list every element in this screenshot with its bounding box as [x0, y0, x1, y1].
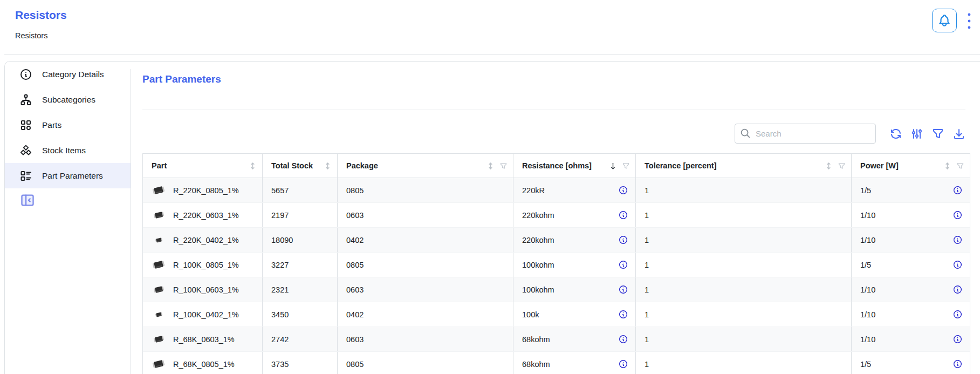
sidebar-item-parts[interactable]: Parts	[5, 112, 131, 138]
info-icon[interactable]	[952, 284, 963, 295]
table-row[interactable]: R_68K_0805_1% 3735 0805 68kohm 1 1/5	[143, 352, 970, 374]
breadcrumb[interactable]: Resistors	[15, 31, 47, 40]
part-thumbnail	[152, 233, 166, 247]
column-label: Power [W]	[860, 161, 899, 170]
info-icon[interactable]	[952, 309, 963, 319]
cell-part: R_100K_0603_1%	[143, 277, 263, 302]
sidebar-item-category-details[interactable]: Category Details	[5, 62, 131, 87]
cell-resistance: 100kohm	[513, 253, 636, 277]
filter-icon[interactable]	[931, 127, 944, 140]
page-title: Resistors	[15, 9, 67, 22]
adjustments-icon[interactable]	[910, 127, 923, 140]
sidebar-item-label: Subcategories	[42, 95, 95, 105]
resistor-image	[153, 335, 164, 343]
info-icon[interactable]	[952, 260, 963, 270]
info-icon[interactable]	[618, 334, 628, 344]
tolerance-value: 1	[645, 236, 649, 244]
column-header-part[interactable]: Part	[143, 154, 263, 178]
info-icon[interactable]	[618, 210, 628, 220]
sidebar-item-stock-items[interactable]: Stock Items	[5, 138, 131, 163]
resistor-image	[153, 285, 164, 294]
cell-package: 0603	[338, 327, 513, 351]
table-row[interactable]: R_68K_0603_1% 2742 0603 68kohm 1 1/10	[143, 327, 970, 352]
info-icon[interactable]	[618, 185, 628, 195]
cell-package: 0603	[338, 277, 513, 302]
cell-part: R_68K_0603_1%	[143, 327, 263, 351]
info-icon[interactable]	[952, 334, 963, 344]
info-icon[interactable]	[952, 235, 963, 245]
search-input[interactable]	[735, 124, 876, 144]
sidebar-nav: Category Details Subcategories Parts	[5, 62, 131, 374]
table-row[interactable]: R_220K_0603_1% 2197 0603 220kohm 1 1/10	[143, 203, 970, 228]
refresh-icon[interactable]	[889, 127, 902, 140]
cell-tolerance: 1	[636, 203, 852, 227]
package-value: 0402	[346, 310, 364, 319]
cell-power: 1/5	[852, 352, 970, 374]
cell-package: 0402	[338, 302, 513, 327]
info-icon[interactable]	[618, 359, 628, 369]
sidebar-collapse-button[interactable]	[19, 192, 36, 208]
column-header-power[interactable]: Power [W]	[852, 154, 970, 178]
cell-total-stock: 3227	[263, 253, 338, 277]
resistor-image	[152, 186, 165, 195]
info-icon[interactable]	[618, 309, 628, 319]
category-grid-icon	[19, 119, 32, 132]
sidebar-item-part-parameters[interactable]: Part Parameters	[5, 163, 131, 188]
power-value: 1/5	[860, 261, 871, 269]
cell-tolerance: 1	[636, 302, 852, 327]
part-thumbnail	[152, 308, 166, 322]
info-icon[interactable]	[952, 210, 963, 220]
table-row[interactable]: R_220K_0402_1% 18090 0402 220kohm 1 1/10	[143, 228, 970, 253]
info-icon[interactable]	[952, 359, 963, 369]
cell-part: R_220K_0805_1%	[143, 178, 263, 202]
cell-resistance: 68kohm	[513, 327, 636, 351]
tolerance-value: 1	[645, 261, 649, 269]
column-filter-icon	[956, 162, 964, 170]
power-value: 1/10	[860, 335, 875, 344]
column-header-tolerance[interactable]: Tolerance [percent]	[636, 154, 852, 178]
tolerance-value: 1	[645, 186, 649, 195]
package-value: 0603	[346, 285, 364, 294]
overflow-menu-button[interactable]	[962, 11, 976, 31]
power-value: 1/5	[860, 186, 871, 195]
total-stock-value: 3450	[271, 310, 289, 319]
sort-desc-icon	[609, 162, 617, 170]
resistor-image	[152, 359, 165, 369]
resistance-value: 100k	[522, 310, 539, 319]
column-header-resistance[interactable]: Resistance [ohms]	[513, 154, 636, 178]
sort-icon	[486, 162, 495, 170]
resistor-image	[155, 237, 163, 243]
notifications-button[interactable]	[932, 9, 957, 32]
tolerance-value: 1	[645, 310, 649, 319]
resistor-image	[155, 311, 163, 317]
panel-divider	[142, 110, 965, 110]
column-label: Total Stock	[271, 161, 313, 170]
table-row[interactable]: R_100K_0603_1% 2321 0603 100kohm 1 1/10	[143, 277, 970, 302]
column-label: Part	[152, 161, 167, 170]
cell-tolerance: 1	[636, 253, 852, 277]
table-row[interactable]: R_100K_0402_1% 3450 0402 100k 1 1/10	[143, 302, 970, 327]
resistance-value: 220kohm	[522, 211, 554, 220]
table-row[interactable]: R_220K_0805_1% 5657 0805 220kR 1 1/5	[143, 178, 970, 203]
info-icon[interactable]	[618, 260, 628, 270]
column-header-package[interactable]: Package	[338, 154, 513, 178]
power-value: 1/10	[860, 285, 875, 294]
info-icon[interactable]	[952, 185, 963, 195]
resistance-value: 100kohm	[522, 285, 554, 294]
total-stock-value: 3735	[271, 360, 289, 369]
column-header-total-stock[interactable]: Total Stock	[263, 154, 338, 178]
package-value: 0603	[346, 335, 364, 344]
info-icon[interactable]	[618, 284, 628, 295]
column-label: Tolerance [percent]	[645, 161, 717, 170]
info-icon[interactable]	[618, 235, 628, 245]
download-icon[interactable]	[952, 127, 965, 140]
column-label: Package	[346, 161, 378, 170]
cell-package: 0603	[338, 203, 513, 227]
resistance-value: 100kohm	[522, 261, 554, 269]
sidebar-item-label: Category Details	[42, 70, 104, 79]
table-row[interactable]: R_100K_0805_1% 3227 0805 100kohm 1 1/5	[143, 253, 970, 277]
cell-package: 0805	[338, 253, 513, 277]
cell-total-stock: 5657	[263, 178, 338, 202]
sidebar-item-subcategories[interactable]: Subcategories	[5, 87, 131, 112]
package-value: 0805	[346, 186, 364, 195]
